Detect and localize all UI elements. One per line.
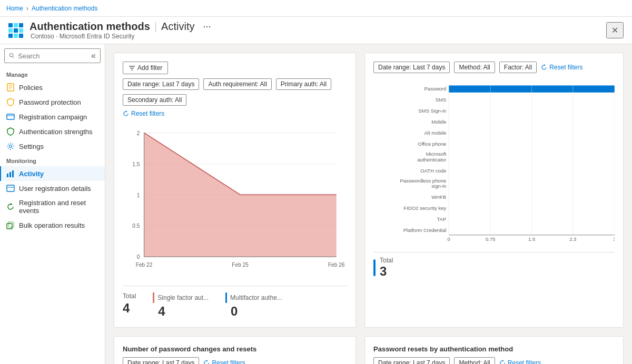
svg-text:Feb 26: Feb 26: [328, 262, 345, 268]
org-label: Contoso · Microsoft Entra ID Security: [31, 33, 211, 40]
reset-filters-button-left[interactable]: Reset filters: [123, 110, 164, 117]
password-changes-title: Number of password changes and resets: [123, 345, 347, 353]
reset-icon-left: [123, 110, 129, 117]
sidebar-label-registration-reset: Registration and reset events: [19, 199, 98, 215]
svg-text:Mobile: Mobile: [431, 119, 446, 125]
single-factor-bar: [153, 292, 154, 303]
sidebar-item-auth-strengths[interactable]: Authentication strengths: [0, 124, 105, 139]
registration-reset-icon: [6, 203, 15, 211]
multifactor-bar: [225, 292, 227, 303]
reset-filters-bottom-left[interactable]: Reset filters: [203, 359, 245, 364]
sign-in-chart-card: Add filter Date range: Last 7 days Auth …: [114, 53, 356, 328]
svg-text:1: 1: [137, 192, 140, 198]
reset-icon-bottom-left: [203, 360, 210, 364]
svg-rect-7: [14, 34, 18, 38]
breadcrumb-home[interactable]: Home: [6, 5, 23, 12]
right-total-box: Total 3: [373, 252, 615, 279]
activity-icon: [6, 169, 15, 178]
page-header: Authentication methods | Activity ··· Co…: [0, 17, 632, 44]
page-title: Authentication methods: [29, 21, 150, 33]
sidebar-label-password-protection: Password protection: [19, 98, 81, 106]
svg-text:0.75: 0.75: [486, 236, 496, 242]
left-chip-bar-2: Secondary auth: All: [123, 94, 347, 106]
svg-text:3: 3: [613, 236, 615, 242]
right-method-chip[interactable]: Method: All: [454, 62, 495, 73]
svg-rect-20: [12, 170, 14, 177]
svg-rect-4: [14, 28, 18, 33]
svg-text:OATH code: OATH code: [420, 168, 446, 174]
bottom-right-date-chip[interactable]: Date range: Last 7 days: [373, 357, 450, 364]
svg-text:Feb 25: Feb 25: [232, 262, 249, 268]
search-box: «: [4, 48, 101, 63]
sidebar-item-settings[interactable]: Settings: [0, 139, 105, 154]
search-input[interactable]: [18, 52, 88, 60]
total-count-item: Total 4: [123, 292, 136, 319]
svg-text:sign-in: sign-in: [431, 183, 446, 189]
sidebar-collapse-button[interactable]: «: [91, 51, 96, 60]
bottom-right-chips: Date range: Last 7 days Method: All Rese…: [373, 357, 615, 364]
top-cards-row: Add filter Date range: Last 7 days Auth …: [114, 53, 624, 328]
left-filter-bar: Add filter: [123, 62, 347, 74]
date-range-chip[interactable]: Date range: Last 7 days: [123, 78, 199, 90]
svg-rect-2: [19, 23, 23, 27]
sidebar-item-registration-reset[interactable]: Registration and reset events: [0, 196, 105, 218]
sidebar-label-settings: Settings: [19, 143, 44, 150]
auth-strengths-icon: [6, 127, 15, 136]
password-protection-icon: [6, 98, 15, 106]
sidebar-label-policies: Policies: [19, 84, 43, 92]
sidebar-item-registration-campaign[interactable]: Registration campaign: [0, 109, 105, 124]
right-factor-chip[interactable]: Factor: All: [499, 62, 537, 73]
svg-line-10: [13, 56, 14, 58]
user-registration-icon: [6, 184, 15, 193]
sidebar-label-activity: Activity: [19, 170, 44, 178]
svg-rect-15: [7, 114, 14, 119]
svg-rect-3: [8, 28, 13, 33]
secondary-auth-chip[interactable]: Secondary auth: All: [123, 94, 186, 106]
svg-text:WHFB: WHFB: [431, 194, 446, 200]
reset-filters-bottom-right[interactable]: Reset filters: [499, 359, 541, 364]
sidebar-item-password-protection[interactable]: Password protection: [0, 95, 105, 109]
bottom-left-date-chip[interactable]: Date range: Last 7 days: [123, 357, 199, 364]
svg-rect-23: [7, 224, 12, 229]
more-options-button[interactable]: ···: [203, 21, 211, 32]
svg-text:Microsoft: Microsoft: [426, 151, 447, 157]
right-date-chip[interactable]: Date range: Last 7 days: [373, 62, 450, 73]
svg-point-17: [9, 145, 12, 148]
svg-text:1.5: 1.5: [528, 236, 535, 242]
svg-text:Passwordless phone: Passwordless phone: [400, 178, 446, 184]
sidebar-item-activity[interactable]: Activity: [0, 166, 105, 181]
auth-method-chart-card: Date range: Last 7 days Method: All Fact…: [364, 53, 624, 328]
svg-rect-1: [14, 23, 18, 27]
bottom-right-method-chip[interactable]: Method: All: [454, 357, 495, 364]
single-factor-item: Single factor aut... 4: [153, 292, 209, 319]
left-chip-bar: Date range: Last 7 days Auth requirement…: [123, 78, 347, 90]
primary-auth-chip[interactable]: Primary auth: All: [276, 78, 331, 90]
svg-text:authenticator: authenticator: [417, 157, 447, 163]
reset-icon-right: [541, 64, 547, 70]
svg-text:FIDO2 security key: FIDO2 security key: [403, 205, 446, 211]
sidebar-item-policies[interactable]: Policies: [0, 80, 105, 95]
breadcrumb-section[interactable]: Authentication methods: [32, 5, 97, 12]
reset-filters-button-right[interactable]: Reset filters: [541, 64, 582, 71]
bottom-cards-row: Number of password changes and resets Da…: [114, 336, 624, 364]
svg-text:0: 0: [137, 254, 140, 260]
sidebar-item-bulk-operation[interactable]: Bulk operation results: [0, 218, 105, 232]
chart-totals: Total 4 Single factor aut... 4 Mult: [123, 286, 347, 319]
add-filter-button[interactable]: Add filter: [123, 62, 168, 74]
svg-text:SMS Sign-in: SMS Sign-in: [418, 108, 446, 114]
svg-rect-5: [19, 28, 23, 33]
close-button[interactable]: ✕: [606, 22, 624, 38]
svg-rect-8: [19, 34, 23, 38]
sidebar-label-bulk-operation: Bulk operation results: [19, 221, 85, 229]
svg-text:SMS: SMS: [436, 97, 447, 103]
svg-text:TAP: TAP: [437, 216, 447, 222]
area-chart: 2 1.5 1 0.5 0 Feb 22 Feb 25 Feb 26: [123, 122, 347, 279]
total-blue-bar: [373, 259, 376, 276]
svg-text:0: 0: [447, 236, 450, 242]
search-icon: [9, 52, 15, 59]
svg-text:1.5: 1.5: [132, 161, 140, 167]
filter-icon: [129, 65, 135, 72]
auth-requirement-chip[interactable]: Auth requirement: All: [203, 78, 271, 90]
sidebar-item-user-registration[interactable]: User registration details: [0, 181, 105, 196]
svg-text:Alt mobile: Alt mobile: [424, 130, 446, 136]
